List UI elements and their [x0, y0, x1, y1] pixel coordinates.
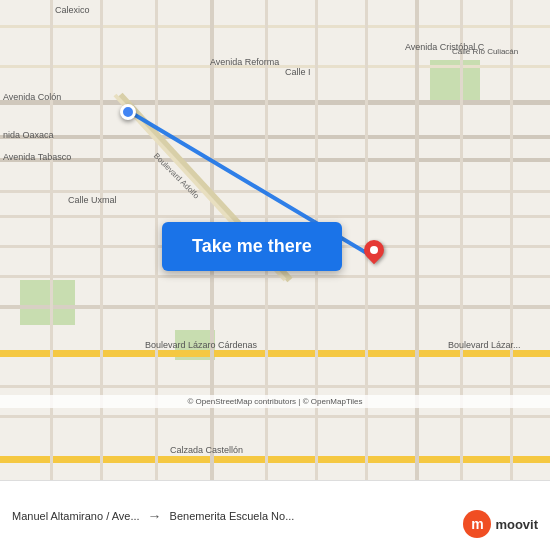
map-container: Calexico Avenida Cristóbal C Avenida Ref…	[0, 0, 550, 480]
road-h-4	[0, 215, 550, 218]
road-tabasco	[0, 158, 550, 162]
road-v-2	[155, 0, 158, 480]
route-to: Benemerita Escuela No...	[170, 510, 295, 522]
moovit-brand: moovit	[495, 517, 538, 532]
moovit-icon: m	[463, 510, 491, 538]
road-h-7	[0, 305, 550, 309]
osm-attribution: © OpenStreetMap contributors | © OpenMap…	[0, 395, 550, 408]
route-info: Manuel Altamirano / Ave... → Benemerita …	[12, 508, 538, 524]
road-v-10	[50, 0, 53, 480]
road-calzada-h	[0, 456, 550, 463]
road-oaxaca	[0, 135, 550, 139]
road-colon	[0, 100, 550, 105]
bottom-bar: Manuel Altamirano / Ave... → Benemerita …	[0, 480, 550, 550]
end-marker-dot	[370, 246, 378, 254]
road-h-9	[0, 415, 550, 418]
road-v-9	[510, 0, 513, 480]
road-h-1	[0, 25, 550, 28]
road-v-7	[415, 0, 419, 480]
app: Calexico Avenida Cristóbal C Avenida Ref…	[0, 0, 550, 550]
start-marker	[120, 104, 136, 120]
route-arrow-icon: →	[148, 508, 162, 524]
road-v-1	[100, 0, 103, 480]
route-from: Manuel Altamirano / Ave...	[12, 510, 140, 522]
road-lazaro-h	[0, 350, 550, 357]
road-h-2	[0, 65, 550, 68]
road-v-8	[460, 0, 463, 480]
road-h-8	[0, 385, 550, 388]
moovit-logo: m moovit	[463, 510, 538, 538]
end-marker	[362, 240, 386, 270]
road-h-6	[0, 275, 550, 278]
park-block	[20, 280, 75, 325]
take-me-there-button[interactable]: Take me there	[162, 222, 342, 271]
road-h-3	[0, 190, 550, 193]
